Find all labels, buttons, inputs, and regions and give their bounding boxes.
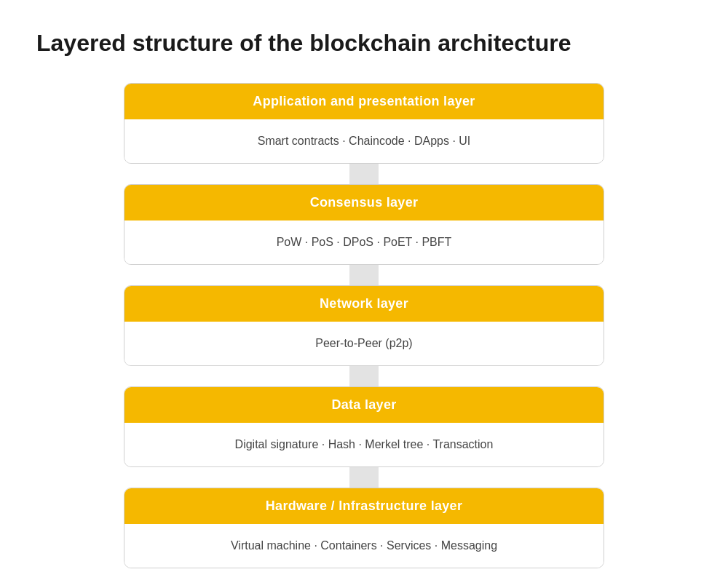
- layer-wrapper-application-layer: Application and presentation layerSmart …: [36, 83, 692, 164]
- layer-header-consensus-layer: Consensus layer: [124, 185, 604, 220]
- layer-header-network-layer: Network layer: [124, 286, 604, 322]
- connector-1: [349, 265, 379, 285]
- layer-content-text-hardware-layer: Virtual machine · Containers · Services …: [231, 539, 497, 552]
- layer-header-text-application-layer: Application and presentation layer: [253, 94, 475, 108]
- layer-content-text-data-layer: Digital signature · Hash · Merkel tree ·…: [235, 438, 494, 450]
- connector-wrapper-1: [36, 265, 692, 285]
- layer-header-text-network-layer: Network layer: [320, 296, 408, 311]
- layer-content-consensus-layer: PoW · PoS · DPoS · PoET · PBFT: [124, 220, 604, 264]
- layer-box-application-layer: Application and presentation layerSmart …: [124, 83, 604, 164]
- layer-header-hardware-layer: Hardware / Infrastructure layer: [124, 488, 604, 524]
- layer-header-text-data-layer: Data layer: [331, 397, 396, 412]
- layer-wrapper-data-layer: Data layerDigital signature · Hash · Mer…: [36, 386, 692, 467]
- connector-wrapper-2: [36, 366, 692, 386]
- connector-3: [349, 467, 379, 488]
- layer-header-text-consensus-layer: Consensus layer: [310, 195, 419, 210]
- layer-box-data-layer: Data layerDigital signature · Hash · Mer…: [124, 386, 604, 467]
- layer-header-text-hardware-layer: Hardware / Infrastructure layer: [266, 498, 462, 513]
- connector-wrapper-0: [36, 164, 692, 184]
- layer-content-text-application-layer: Smart contracts · Chaincode · DApps · UI: [258, 135, 471, 147]
- layer-box-hardware-layer: Hardware / Infrastructure layerVirtual m…: [124, 488, 604, 568]
- connector-2: [349, 366, 379, 386]
- layers-container: Application and presentation layerSmart …: [36, 83, 692, 568]
- layer-wrapper-network-layer: Network layerPeer-to-Peer (p2p): [36, 285, 692, 366]
- layer-wrapper-consensus-layer: Consensus layerPoW · PoS · DPoS · PoET ·…: [36, 184, 692, 265]
- layer-wrapper-hardware-layer: Hardware / Infrastructure layerVirtual m…: [36, 488, 692, 568]
- layer-content-network-layer: Peer-to-Peer (p2p): [124, 322, 604, 365]
- layer-box-consensus-layer: Consensus layerPoW · PoS · DPoS · PoET ·…: [124, 184, 604, 265]
- layer-content-hardware-layer: Virtual machine · Containers · Services …: [124, 524, 604, 568]
- layer-header-data-layer: Data layer: [124, 387, 604, 423]
- connector-wrapper-3: [36, 467, 692, 488]
- layer-content-data-layer: Digital signature · Hash · Merkel tree ·…: [124, 423, 604, 466]
- layer-content-application-layer: Smart contracts · Chaincode · DApps · UI: [124, 119, 604, 163]
- connector-0: [349, 164, 379, 184]
- layer-content-text-consensus-layer: PoW · PoS · DPoS · PoET · PBFT: [277, 236, 452, 248]
- layer-content-text-network-layer: Peer-to-Peer (p2p): [315, 337, 412, 349]
- layer-box-network-layer: Network layerPeer-to-Peer (p2p): [124, 285, 604, 366]
- page-title: Layered structure of the blockchain arch…: [36, 29, 571, 57]
- layer-header-application-layer: Application and presentation layer: [124, 84, 604, 119]
